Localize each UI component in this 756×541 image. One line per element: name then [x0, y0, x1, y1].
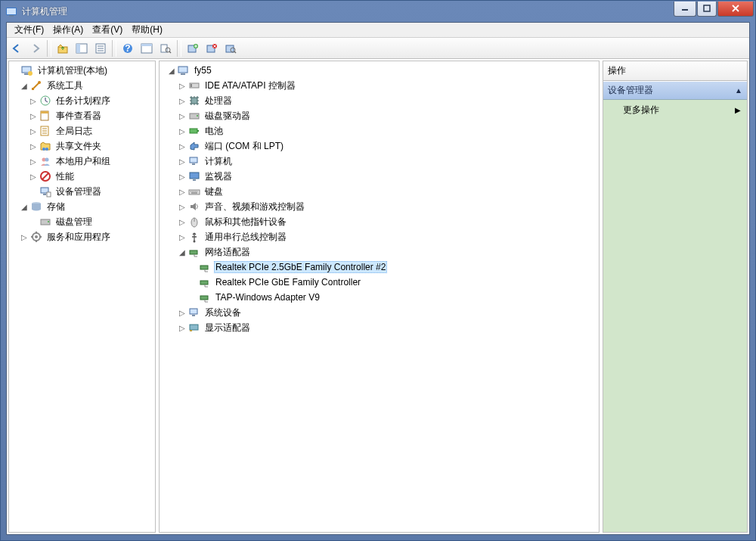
update-driver-icon[interactable]: [184, 40, 201, 57]
device-network-item-c[interactable]: TAP-Windows Adapter V9: [161, 290, 597, 305]
services-icon: [30, 231, 42, 243]
svg-rect-15: [141, 44, 152, 46]
display-adapter-icon: [188, 322, 200, 334]
disk-icon: [39, 216, 51, 228]
tree-disk-mgmt[interactable]: ▷ 磁盘管理: [11, 214, 153, 229]
device-computer[interactable]: ▷计算机: [161, 154, 597, 169]
log-icon: [39, 125, 51, 137]
tree-performance[interactable]: ▷ 性能: [11, 169, 153, 184]
svg-rect-3: [682, 9, 688, 11]
minimize-button[interactable]: [674, 2, 696, 17]
svg-rect-59: [190, 157, 197, 163]
svg-rect-61: [190, 173, 199, 179]
device-network-item-a[interactable]: Realtek PCIe 2.5GbE Family Controller #2: [161, 260, 597, 275]
cpu-icon: [188, 95, 200, 107]
device-root[interactable]: ◢ fy55: [161, 63, 597, 78]
nic-icon: [199, 291, 211, 303]
console-tree-pane[interactable]: ▷ 计算机管理(本地) ◢ 系统工具 ▷ 任务计划程序: [8, 61, 156, 533]
computer-icon: [178, 64, 190, 76]
svg-rect-63: [189, 190, 200, 194]
performance-icon: [39, 170, 51, 182]
tree-task-scheduler[interactable]: ▷ 任务计划程序: [11, 93, 153, 108]
menu-view[interactable]: 查看(V): [88, 22, 127, 38]
actions-section-device-manager[interactable]: 设备管理器 ▲: [603, 81, 747, 100]
svg-rect-50: [178, 67, 187, 73]
nic-icon: [199, 276, 211, 288]
tree-root[interactable]: ▷ 计算机管理(本地): [11, 63, 153, 78]
svg-rect-2: [9, 15, 14, 17]
svg-point-66: [194, 241, 196, 243]
tree-services[interactable]: ▷ 服务和应用程序: [11, 229, 153, 244]
tools-icon: [30, 79, 42, 92]
device-sound[interactable]: ▷声音、视频和游戏控制器: [161, 199, 597, 214]
tree-system-tools[interactable]: ◢ 系统工具: [11, 78, 153, 93]
mouse-icon: [188, 216, 200, 228]
svg-rect-68: [200, 266, 208, 269]
tree-shared-folders[interactable]: ▷ 共享文件夹: [11, 138, 153, 154]
svg-rect-7: [76, 44, 80, 53]
event-icon: [39, 110, 51, 122]
svg-line-18: [169, 51, 171, 53]
scan-hardware-icon[interactable]: [222, 40, 239, 57]
chevron-right-icon: ▶: [735, 106, 741, 114]
menu-action[interactable]: 操作(A): [48, 22, 88, 38]
device-ide[interactable]: ▷IDE ATA/ATAPI 控制器: [161, 78, 597, 93]
ide-icon: [188, 79, 200, 92]
shared-folder-icon: [39, 140, 51, 152]
device-display[interactable]: ▷显示适配器: [161, 320, 597, 335]
device-disk[interactable]: ▷磁盘驱动器: [161, 108, 597, 123]
close-button[interactable]: [717, 2, 754, 17]
show-hide-tree-button[interactable]: [73, 40, 90, 57]
actions-item-more[interactable]: 更多操作 ▶: [603, 100, 747, 120]
device-network[interactable]: ◢网络适配器: [161, 244, 597, 260]
uninstall-device-icon[interactable]: [203, 40, 220, 57]
view-toolbar-icon[interactable]: [138, 40, 155, 57]
computer-mgmt-icon: [21, 64, 33, 76]
tree-global-log[interactable]: ▷ 全局日志: [11, 123, 153, 138]
tree-local-users[interactable]: ▷ 本地用户和组: [11, 154, 153, 169]
svg-rect-57: [190, 129, 197, 133]
maximize-button[interactable]: [697, 2, 717, 17]
device-cpu[interactable]: ▷处理器: [161, 93, 597, 108]
svg-point-28: [28, 71, 33, 76]
svg-rect-51: [181, 73, 185, 75]
menu-file[interactable]: 文件(F): [10, 22, 48, 38]
menu-help[interactable]: 帮助(H): [127, 22, 167, 38]
help-button[interactable]: ?: [119, 40, 136, 57]
svg-point-35: [42, 148, 45, 151]
back-button[interactable]: [8, 40, 25, 57]
clock-icon: [39, 95, 51, 107]
svg-point-29: [38, 81, 41, 84]
users-icon: [39, 155, 51, 167]
device-system-devices[interactable]: ▷系统设备: [161, 305, 597, 320]
tree-device-manager[interactable]: ▷ 设备管理器: [11, 184, 153, 199]
svg-rect-74: [190, 330, 192, 331]
device-tree-pane[interactable]: ◢ fy55 ▷IDE ATA/ATAPI 控制器 ▷处理器 ▷磁盘驱动器 ▷电…: [159, 61, 600, 533]
device-network-item-b[interactable]: Realtek PCIe GbE Family Controller: [161, 275, 597, 290]
device-mouse[interactable]: ▷鼠标和其他指针设备: [161, 214, 597, 229]
battery-icon: [188, 125, 200, 137]
find-icon[interactable]: [157, 40, 174, 57]
tree-event-viewer[interactable]: ▷ 事件查看器: [11, 108, 153, 123]
keyboard-icon: [188, 185, 200, 197]
device-battery[interactable]: ▷电池: [161, 123, 597, 138]
svg-point-47: [48, 221, 49, 222]
tree-storage[interactable]: ◢ 存储: [11, 199, 153, 214]
usb-icon: [188, 231, 200, 243]
svg-rect-70: [200, 296, 208, 300]
up-button[interactable]: [54, 40, 71, 57]
svg-text:?: ?: [125, 43, 130, 54]
window-title: 计算机管理: [22, 5, 673, 18]
device-ports[interactable]: ▷端口 (COM 和 LPT): [161, 138, 597, 154]
app-icon: [5, 5, 17, 17]
device-usb[interactable]: ▷通用串行总线控制器: [161, 229, 597, 244]
port-icon: [188, 140, 200, 152]
device-monitor[interactable]: ▷监视器: [161, 169, 597, 184]
svg-rect-44: [47, 192, 51, 197]
svg-rect-67: [190, 250, 197, 254]
forward-button[interactable]: [27, 40, 44, 57]
svg-rect-53: [191, 84, 192, 87]
device-keyboard[interactable]: ▷键盘: [161, 184, 597, 199]
properties-button[interactable]: [92, 40, 109, 57]
svg-rect-72: [192, 315, 195, 316]
